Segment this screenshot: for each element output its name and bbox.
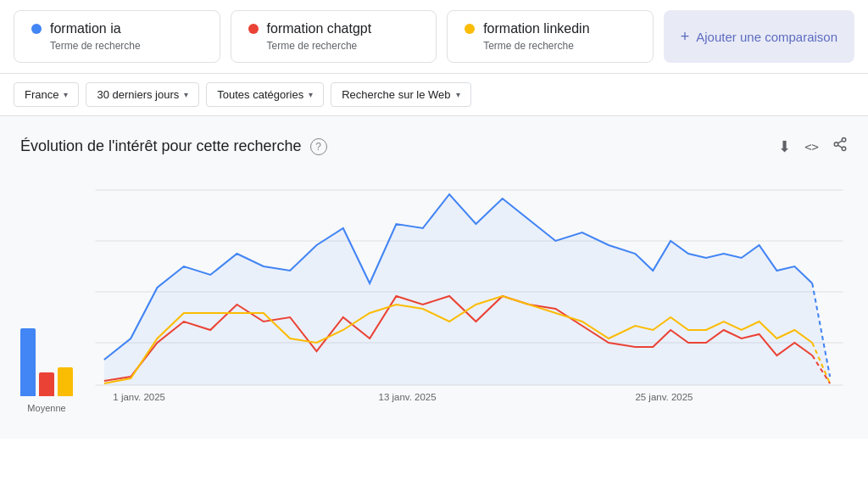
legend-bars: Moyenne — [20, 328, 73, 413]
section-title: Évolution de l'intérêt pour cette recher… — [20, 137, 302, 155]
filters-bar: France ▾ 30 derniers jours ▾ Toutes caté… — [0, 74, 868, 116]
chevron-down-icon: ▾ — [184, 90, 188, 99]
svg-line-3 — [837, 145, 842, 148]
filter-source[interactable]: Recherche sur le Web ▾ — [331, 82, 470, 107]
dot-red-icon — [248, 24, 259, 34]
svg-point-2 — [842, 147, 846, 151]
bar-red — [39, 372, 54, 396]
term-sub-1: Terme de recherche — [50, 40, 203, 52]
svg-point-1 — [834, 143, 838, 147]
bar-yellow — [58, 367, 73, 396]
chevron-down-icon: ▾ — [456, 90, 460, 99]
download-icon[interactable]: ⬇ — [778, 137, 791, 156]
filter-category[interactable]: Toutes catégories ▾ — [206, 82, 324, 107]
plus-icon: + — [681, 28, 690, 46]
chevron-down-icon: ▾ — [309, 90, 313, 99]
svg-line-4 — [837, 141, 842, 143]
chevron-down-icon: ▾ — [64, 90, 68, 99]
svg-text:25 janv. 2025: 25 janv. 2025 — [635, 392, 693, 402]
legend-label: Moyenne — [27, 403, 65, 413]
add-comparison-label: Ajouter une comparaison — [696, 30, 837, 44]
svg-text:13 janv. 2025: 13 janv. 2025 — [379, 392, 437, 402]
svg-point-0 — [842, 138, 846, 143]
term-name-3: formation linkedin — [483, 21, 589, 36]
term-name-1: formation ia — [50, 21, 121, 36]
svg-text:1 janv. 2025: 1 janv. 2025 — [113, 392, 165, 402]
main-content: Évolution de l'intérêt pour cette recher… — [0, 116, 868, 439]
term-sub-3: Terme de recherche — [483, 40, 636, 52]
help-icon[interactable]: ? — [310, 138, 327, 155]
line-chart-svg: 100 75 50 25 1 janv. 2025 13 janv. 2025 … — [86, 173, 848, 411]
share-icon[interactable] — [832, 137, 848, 156]
term-name-2: formation chatgpt — [267, 21, 372, 36]
dot-blue-icon — [31, 24, 42, 34]
filter-period[interactable]: 30 derniers jours ▾ — [86, 82, 199, 107]
bar-blue — [20, 328, 36, 396]
section-header: Évolution de l'intérêt pour cette recher… — [20, 137, 848, 156]
add-comparison-button[interactable]: + Ajouter une comparaison — [664, 10, 854, 63]
search-terms-bar: formation ia Terme de recherche formatio… — [0, 0, 868, 74]
section-title-group: Évolution de l'intérêt pour cette recher… — [20, 137, 327, 155]
search-term-card-2: formation chatgpt Terme de recherche — [231, 10, 437, 63]
search-term-card-3: formation linkedin Terme de recherche — [447, 10, 654, 63]
dot-yellow-icon — [465, 24, 475, 34]
filter-country[interactable]: France ▾ — [14, 82, 79, 107]
chart-container: Moyenne 100 75 50 25 1 janv. 2025 13 jan… — [20, 173, 848, 413]
svg-marker-17 — [104, 194, 830, 385]
search-term-card-1: formation ia Terme de recherche — [14, 10, 220, 63]
section-actions: ⬇ <> — [778, 137, 848, 156]
term-sub-2: Terme de recherche — [267, 40, 420, 52]
embed-icon[interactable]: <> — [804, 140, 819, 154]
bars-group — [20, 328, 73, 396]
line-chart-wrapper: 100 75 50 25 1 janv. 2025 13 janv. 2025 … — [86, 173, 848, 413]
